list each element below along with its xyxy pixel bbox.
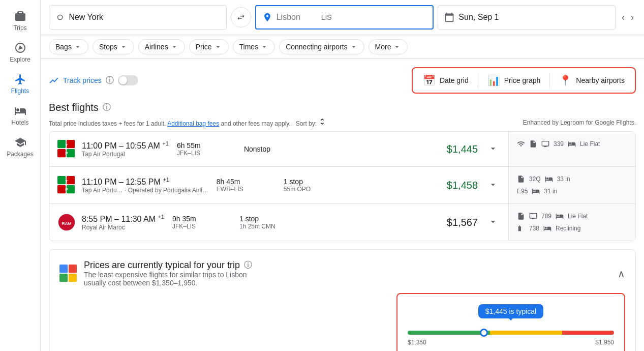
flight-3-times: 8:55 PM – 11:30 AM +1 Royal Air Maroc <box>82 214 164 231</box>
briefcase-icon <box>14 10 26 22</box>
svg-text:RAM: RAM <box>62 221 72 226</box>
sidebar-item-hotels[interactable]: Hotels <box>0 100 40 131</box>
price-info-left: Prices are currently typical for your tr… <box>59 260 262 287</box>
amenity-row-3a: 789 Lie Flat <box>517 212 627 220</box>
flight-1-price: $1,445 <box>447 143 478 155</box>
bags-filter[interactable]: Bags <box>49 39 88 54</box>
flight-2-expand[interactable] <box>486 178 500 193</box>
flight-1-expand[interactable] <box>486 141 500 157</box>
airlines-label: Airlines <box>145 43 168 51</box>
best-flights-info-icon[interactable]: ⓘ <box>103 102 111 113</box>
price-bubble-wrapper: $1,445 is typical <box>408 304 614 323</box>
flight-3-main[interactable]: RAM 8:55 PM – 11:30 AM +1 Royal Air Maro… <box>49 204 508 241</box>
sidebar-item-packages[interactable]: Packages <box>0 131 40 163</box>
airlines-filter[interactable]: Airlines <box>138 39 185 54</box>
flight-1-times: 11:00 PM – 10:55 AM +1 Tap Air Portugal <box>82 140 169 158</box>
track-prices-toggle[interactable] <box>118 75 138 85</box>
seat-tray-icon-3 <box>517 224 525 232</box>
subtitle-text: Total price includes taxes + fees for 1 … <box>49 118 326 127</box>
times-dropdown-icon <box>260 43 268 51</box>
track-prices-icon <box>49 75 59 85</box>
hotel-icon <box>14 105 26 117</box>
subtitle-row: Total price includes taxes + fees for 1 … <box>49 118 636 127</box>
origin-field[interactable]: New York <box>49 5 227 30</box>
view-options-row: Track prices ⓘ 📅 Date grid 📊 Price graph <box>49 67 636 94</box>
next-date-button[interactable]: › <box>629 10 636 25</box>
connecting-airports-filter[interactable]: Connecting airports <box>279 39 364 54</box>
sidebar: Trips Explore Flights Hotels Packages <box>0 0 41 351</box>
times-filter[interactable]: Times <box>233 39 275 54</box>
more-filter[interactable]: More <box>369 39 408 54</box>
packages-label: Packages <box>7 151 34 158</box>
flight-1-main[interactable]: T P 11:00 PM – 10:55 AM +1 Tap Ai <box>49 132 508 166</box>
swap-button[interactable] <box>231 7 251 27</box>
price-graph-button[interactable]: 📊 Price graph <box>479 70 549 91</box>
expand-icon-2 <box>488 180 498 190</box>
compass-icon <box>14 42 26 54</box>
screen-icon-3 <box>529 212 537 220</box>
flight-3-airline: Royal Air Maroc <box>82 224 164 231</box>
plane-icon <box>14 73 26 85</box>
best-flights-title: Best flights ⓘ <box>49 102 636 113</box>
date-field[interactable]: Sun, Sep 1 <box>438 5 616 30</box>
flight-2-times: 11:10 PM – 12:55 PM +1 Tap Air Portu… · … <box>82 177 208 194</box>
price-range-labels: $1,350 $1,950 <box>408 339 614 346</box>
flight-3-expand[interactable] <box>486 215 500 230</box>
flight-1-airline: Tap Air Portugal <box>82 151 169 158</box>
explore-label: Explore <box>10 56 30 63</box>
price-filter[interactable]: Price <box>189 39 229 54</box>
google-logo <box>59 265 78 283</box>
ram-logo: RAM <box>57 213 76 231</box>
flight-1-duration: 6h 55m JFK–LIS <box>177 141 228 157</box>
svg-text:T: T <box>66 143 68 148</box>
price-indicator <box>480 329 488 337</box>
svg-rect-7 <box>57 176 66 184</box>
price-label: Price <box>196 43 212 51</box>
sidebar-item-explore[interactable]: Explore <box>0 37 40 68</box>
price-range-min: $1,350 <box>408 339 426 346</box>
origin-input[interactable]: New York <box>69 13 220 22</box>
price-info-collapse-button[interactable]: ∧ <box>618 268 625 280</box>
view-divider-1 <box>478 73 478 88</box>
legroom-icon-1b <box>532 187 540 195</box>
stops-filter[interactable]: Stops <box>93 39 134 54</box>
nearby-airports-button[interactable]: 📍 Nearby airports <box>551 70 633 91</box>
origin-circle-icon <box>55 12 65 22</box>
sidebar-item-trips[interactable]: Trips <box>0 5 40 37</box>
price-info-description: The least expensive flights for similar … <box>84 271 262 287</box>
track-prices-info-icon[interactable]: ⓘ <box>106 75 114 86</box>
price-info-icon[interactable]: ⓘ <box>244 260 252 271</box>
enhanced-text: Enhanced by Legroom for Google Flights. <box>523 119 636 126</box>
sidebar-item-flights[interactable]: Flights <box>0 68 40 100</box>
track-prices-section: Track prices ⓘ <box>49 75 138 86</box>
destination-input[interactable] <box>277 13 317 22</box>
main-content: New York LIS Sun, Sep 1 <box>41 0 644 351</box>
flight-3-duration: 9h 35m JFK–LIS <box>172 215 223 230</box>
connecting-airports-dropdown-icon <box>350 43 358 51</box>
power-icon-3 <box>517 212 525 220</box>
sort-button[interactable] <box>318 118 326 127</box>
price-info-card: Prices are currently typical for your tr… <box>49 249 636 351</box>
amenity-row-1: 339 Lie Flat <box>517 140 627 148</box>
price-info-header: Prices are currently typical for your tr… <box>59 260 625 287</box>
svg-rect-15 <box>59 265 68 273</box>
expand-icon-3 <box>488 217 498 227</box>
more-label: More <box>375 43 391 51</box>
stops-dropdown-icon <box>119 43 128 51</box>
bag-fees-link[interactable]: Additional bag fees <box>167 120 219 127</box>
flight-2-main[interactable]: T P 11:10 PM – 12:55 PM +1 Tap Ai <box>49 167 508 203</box>
content-area: Track prices ⓘ 📅 Date grid 📊 Price graph <box>41 59 644 351</box>
amenity-row-2b: E95 31 in <box>517 187 627 195</box>
screen-icon-1 <box>541 140 549 148</box>
price-graph-label: Price graph <box>504 76 541 84</box>
destination-field[interactable]: LIS <box>255 5 434 30</box>
flight-2-price: $1,458 <box>447 180 478 191</box>
svg-text:P: P <box>65 187 68 192</box>
power-icon-2 <box>517 175 525 183</box>
date-grid-button[interactable]: 📅 Date grid <box>415 70 477 91</box>
prev-date-button[interactable]: ‹ <box>620 10 627 25</box>
package-icon <box>14 136 26 149</box>
flight-3-price: $1,567 <box>447 217 478 228</box>
wifi-icon <box>517 140 525 148</box>
sort-icon <box>318 118 326 126</box>
